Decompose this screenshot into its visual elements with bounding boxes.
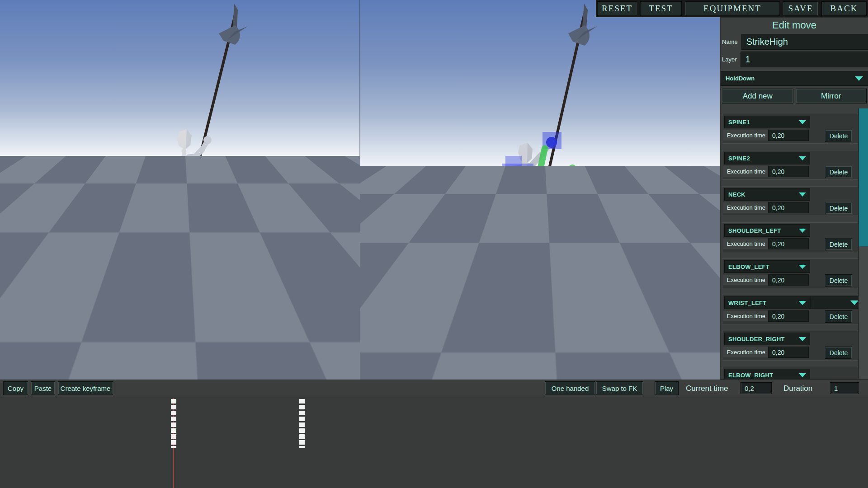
ground xyxy=(0,156,360,380)
duration-label: Duration xyxy=(783,380,812,397)
chevron-down-icon xyxy=(799,265,806,269)
execution-time-label: Execution time xyxy=(723,311,768,321)
name-label: Name xyxy=(722,38,741,45)
execution-time-input[interactable] xyxy=(768,310,809,322)
ground xyxy=(360,166,720,380)
move-type-value: HoldDown xyxy=(726,75,755,82)
execution-time-label: Execution time xyxy=(723,202,768,213)
copy-button[interactable]: Copy xyxy=(3,381,28,395)
scrollbar-thumb[interactable] xyxy=(859,108,868,246)
execution-time-input[interactable] xyxy=(768,130,809,141)
sky xyxy=(0,0,360,156)
paste-button[interactable]: Paste xyxy=(31,381,55,395)
layer-input[interactable] xyxy=(741,52,868,67)
bone-item: SHOULDER_RIGHT Execution time Delete xyxy=(722,331,859,361)
create-keyframe-button[interactable]: Create keyframe xyxy=(58,381,113,395)
execution-time-label: Execution time xyxy=(723,275,768,285)
execution-time-label: Execution time xyxy=(723,239,768,249)
edit-move-panel: Edit move Name Layer HoldDown Add new Mi… xyxy=(720,17,868,380)
bone-name: ELBOW_LEFT xyxy=(728,263,769,270)
bone-item: SPINE2 Execution time Delete xyxy=(722,150,859,180)
execution-time-input[interactable] xyxy=(768,202,809,213)
execution-time-input[interactable] xyxy=(768,347,809,358)
move-name-input[interactable] xyxy=(741,34,868,50)
chevron-down-icon xyxy=(799,301,806,305)
delete-bone-button[interactable]: Delete xyxy=(825,347,852,359)
delete-bone-button[interactable]: Delete xyxy=(825,130,852,142)
chevron-down-icon xyxy=(855,76,863,81)
bone-select-dropdown[interactable]: ELBOW_RIGHT xyxy=(724,369,810,379)
chevron-down-icon xyxy=(799,373,806,377)
swap-to-fk-button[interactable]: Swap to FK xyxy=(596,381,643,395)
delete-bone-button[interactable]: Delete xyxy=(825,310,852,323)
execution-time-input[interactable] xyxy=(768,166,809,177)
bone-select-dropdown[interactable]: SHOULDER_LEFT xyxy=(724,224,810,237)
panel-button-row: Add new Mirror xyxy=(722,89,867,103)
delete-bone-button[interactable]: Delete xyxy=(825,274,852,286)
bone-select-dropdown[interactable]: NECK xyxy=(724,188,810,201)
current-time-input[interactable] xyxy=(741,382,772,394)
viewport-edit-right[interactable] xyxy=(360,0,720,380)
bone-extra-dropdown[interactable] xyxy=(810,296,860,309)
execution-time-input[interactable] xyxy=(768,238,809,249)
viewport-preview-left[interactable] xyxy=(0,0,360,380)
chevron-down-icon xyxy=(799,120,806,124)
bone-select-dropdown[interactable]: SPINE2 xyxy=(724,152,810,164)
one-handed-button[interactable]: One handed xyxy=(545,381,595,395)
delete-bone-button[interactable]: Delete xyxy=(825,202,852,214)
keyframe-marker[interactable] xyxy=(299,399,305,448)
execution-time-label: Execution time xyxy=(723,347,768,357)
current-time-label: Current time xyxy=(686,380,728,397)
bone-select-dropdown[interactable]: WRIST_LEFT xyxy=(724,296,810,309)
bone-name: SPINE1 xyxy=(728,119,750,126)
timeline[interactable] xyxy=(0,396,868,488)
bone-name: SPINE2 xyxy=(728,155,750,162)
bone-item: ELBOW_RIGHT Execution time Delete xyxy=(722,367,859,379)
bone-select-dropdown[interactable]: SHOULDER_RIGHT xyxy=(724,333,810,345)
execution-time-input[interactable] xyxy=(768,274,809,286)
bone-item: WRIST_LEFT Execution time Delete xyxy=(722,295,859,324)
bone-select-dropdown[interactable]: SPINE1 xyxy=(724,116,810,128)
bone-list: SPINE1 Execution time Delete SPINE2 Exec… xyxy=(721,111,860,379)
bone-name: SHOULDER_RIGHT xyxy=(728,336,785,343)
chevron-down-icon xyxy=(799,337,806,341)
mirror-button[interactable]: Mirror xyxy=(796,89,867,103)
chevron-down-icon xyxy=(799,156,806,160)
duration-input[interactable] xyxy=(830,382,859,394)
bone-item: NECK Execution time Delete xyxy=(722,186,859,216)
bone-name: SHOULDER_LEFT xyxy=(728,227,781,234)
equipment-button[interactable]: EQUIPMENT xyxy=(685,1,780,16)
top-menu-bar: RESET TEST EQUIPMENT SAVE BACK xyxy=(596,0,868,17)
delete-bone-button[interactable]: Delete xyxy=(825,166,852,178)
bottom-toolbar: Copy Paste Create keyframe One handed Sw… xyxy=(0,380,868,397)
bone-select-dropdown[interactable]: ELBOW_LEFT xyxy=(724,260,810,273)
delete-bone-button[interactable]: Delete xyxy=(825,238,852,250)
sky xyxy=(360,0,720,166)
bone-name: NECK xyxy=(728,191,745,198)
name-field-row: Name xyxy=(722,33,867,50)
execution-time-label: Execution time xyxy=(723,166,768,177)
bone-item: ELBOW_LEFT Execution time Delete xyxy=(722,258,859,288)
layer-label: Layer xyxy=(722,56,741,63)
chevron-down-icon xyxy=(799,192,806,197)
save-button[interactable]: SAVE xyxy=(783,1,818,16)
bone-item: SPINE1 Execution time Delete xyxy=(722,114,859,144)
chevron-down-icon xyxy=(850,300,859,305)
vertical-scrollbar[interactable] xyxy=(858,108,868,379)
execution-time-label: Execution time xyxy=(723,130,768,141)
layer-field-row: Layer xyxy=(722,51,867,68)
back-button[interactable]: BACK xyxy=(821,1,867,16)
chevron-down-icon xyxy=(799,229,806,233)
bone-item: SHOULDER_LEFT Execution time Delete xyxy=(722,222,859,252)
play-button[interactable]: Play xyxy=(655,381,679,395)
test-button[interactable]: TEST xyxy=(640,1,682,16)
horizon-line xyxy=(360,165,720,167)
viewport-divider xyxy=(359,0,360,380)
add-new-button[interactable]: Add new xyxy=(722,89,793,103)
keyframe-marker[interactable] xyxy=(171,399,176,448)
panel-title: Edit move xyxy=(721,18,868,33)
move-type-dropdown[interactable]: HoldDown xyxy=(721,71,868,86)
animation-move-editor: RESET TEST EQUIPMENT SAVE BACK Edit move… xyxy=(0,0,868,488)
reset-button[interactable]: RESET xyxy=(597,1,637,16)
horizon-line xyxy=(0,155,360,156)
